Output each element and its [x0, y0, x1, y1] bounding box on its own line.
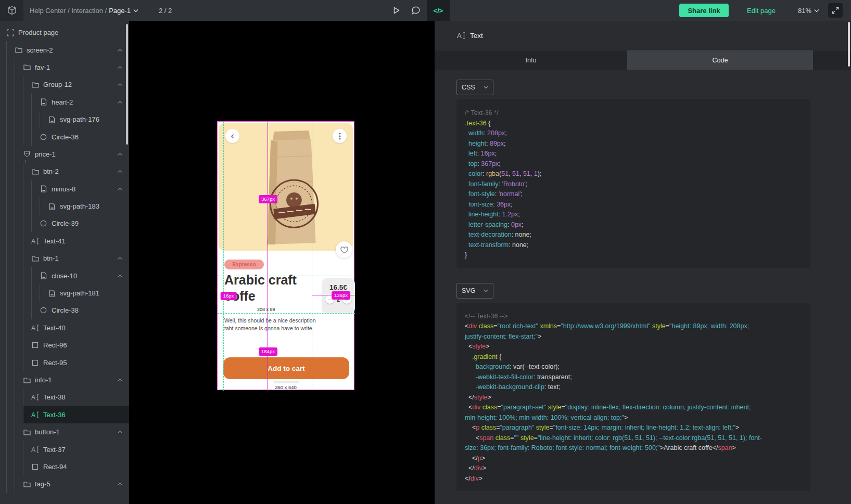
- layer-label: screen-2: [27, 46, 53, 54]
- svgfile-icon: [40, 98, 47, 106]
- right-guide: [312, 122, 312, 391]
- chevron-up-icon[interactable]: [117, 100, 124, 104]
- layer-row-minus-8[interactable]: minus-8: [6, 180, 129, 198]
- breadcrumb[interactable]: Help Center / Interaction / Page-1: [30, 0, 138, 21]
- more-menu-button[interactable]: [333, 129, 347, 143]
- chevron-up-icon[interactable]: [117, 482, 124, 486]
- layer-label: Rect-95: [43, 359, 67, 367]
- layer-row-Rect-95[interactable]: Rect-95: [6, 354, 129, 371]
- folder-icon: [31, 167, 39, 175]
- layer-label: fav-1: [35, 63, 50, 71]
- artboard-icon: [6, 29, 14, 36]
- code-line: </p>: [465, 454, 810, 464]
- rect-icon: [31, 359, 39, 367]
- css-code-block[interactable]: /* Text-36 */.text-36 { width: 208px; he…: [456, 99, 810, 268]
- code-view-button[interactable]: </>: [427, 0, 450, 21]
- share-link-button[interactable]: Share link: [679, 4, 729, 17]
- zoom-dropdown[interactable]: 81%: [798, 0, 819, 21]
- code-line: <div class="root rich-text" xmlns="http:…: [465, 321, 810, 332]
- layer-row-Rect-96[interactable]: Rect-96: [6, 337, 129, 354]
- layer-row-Text-36[interactable]: AText-36: [6, 406, 129, 423]
- code-line: color: rgba(51, 51, 51, 1);: [465, 169, 810, 179]
- favorite-button[interactable]: [336, 241, 352, 258]
- back-chevron-icon: [230, 133, 236, 139]
- layer-row-svg-path-183[interactable]: svg-path-183: [6, 198, 129, 215]
- chevron-up-icon[interactable]: [117, 48, 124, 52]
- code-line: -webkit-background-clip: text;: [465, 382, 810, 393]
- layer-row-Group-12[interactable]: Group-12: [6, 76, 129, 93]
- text-icon: A: [31, 237, 39, 245]
- back-button[interactable]: [225, 129, 239, 143]
- fullscreen-button[interactable]: [828, 3, 843, 18]
- sidebar-scrollbar[interactable]: [126, 24, 128, 145]
- folder-icon: [23, 63, 31, 71]
- code-line: size: 36px; font-family: Roboto; font-st…: [465, 443, 810, 454]
- chevron-up-icon[interactable]: [117, 152, 124, 156]
- chevron-up-icon[interactable]: [117, 170, 124, 173]
- panel-scrollbar[interactable]: [848, 22, 850, 67]
- app-logo-icon: [7, 5, 17, 16]
- layer-row-close-10[interactable]: close-10: [6, 267, 129, 284]
- layer-label: Circle-36: [52, 133, 79, 141]
- text-icon: A: [31, 324, 39, 332]
- svg-format-select[interactable]: SVG: [456, 283, 493, 299]
- layer-row-Text-40[interactable]: AText-40: [6, 319, 129, 337]
- chevron-up-icon[interactable]: [117, 187, 124, 191]
- layer-row-Circle-36[interactable]: Circle-36: [6, 128, 129, 145]
- layer-row-button-1[interactable]: button-1: [6, 423, 129, 441]
- chevron-up-icon[interactable]: [117, 66, 124, 69]
- layer-row-Text-41[interactable]: AText-41: [6, 232, 129, 250]
- code-line: }: [465, 250, 810, 261]
- code-line: <!-- Text-36 -->: [465, 312, 810, 322]
- tab-code[interactable]: Code: [627, 50, 813, 70]
- comment-icon[interactable]: [411, 5, 421, 16]
- code-line: /* Text-36 */: [465, 108, 810, 119]
- layer-row-info-1[interactable]: info-1: [6, 371, 129, 389]
- layer-row-Circle-39[interactable]: Circle-39: [6, 215, 129, 232]
- app-logo-button[interactable]: [0, 0, 23, 21]
- measure-badge-left: 16px: [221, 292, 237, 300]
- layer-row-Circle-38[interactable]: Circle-38: [6, 302, 129, 319]
- svg-code-block[interactable]: <!-- Text-36 --><div class="root rich-te…: [456, 303, 810, 492]
- canvas[interactable]: Expresso Arabic craft coffe Well, this s…: [129, 21, 435, 504]
- mockup-frame[interactable]: Expresso Arabic craft coffe Well, this s…: [217, 121, 354, 390]
- tab-info[interactable]: Info: [435, 50, 627, 70]
- layer-label: Text-40: [43, 324, 66, 332]
- code-line: <span class="" style="line-height: inher…: [465, 433, 810, 444]
- chevron-up-icon[interactable]: [117, 378, 124, 382]
- layer-row-svg-path-181[interactable]: svg-path-181: [6, 285, 129, 302]
- code-line: text-transform: none;: [465, 240, 810, 251]
- layer-row-heart-2[interactable]: heart-2: [6, 94, 129, 111]
- layer-row-screen-2[interactable]: screen-2: [6, 41, 129, 58]
- layer-row-svg-path-176[interactable]: svg-path-176: [6, 111, 129, 128]
- code-line: top: 367px;: [465, 159, 810, 170]
- edit-page-link[interactable]: Edit page: [747, 0, 776, 21]
- chevron-up-icon[interactable]: [117, 274, 124, 278]
- layer-label: svg-path-181: [60, 289, 99, 297]
- layer-row-Product page[interactable]: Product page: [6, 24, 129, 41]
- category-tag[interactable]: Expresso: [224, 260, 264, 269]
- svg-text:A: A: [31, 394, 36, 401]
- layer-row-Text-38[interactable]: AText-38: [6, 389, 129, 406]
- css-format-select[interactable]: CSS: [456, 80, 493, 95]
- rect-icon: [31, 341, 39, 349]
- layer-row-price-1[interactable]: price-1↑: [6, 146, 129, 163]
- chevron-up-icon[interactable]: [117, 256, 124, 260]
- layer-label: Rect-94: [43, 463, 67, 471]
- chevron-up-icon[interactable]: [117, 83, 124, 86]
- svg-text:A: A: [31, 446, 36, 453]
- layer-row-Text-37[interactable]: AText-37: [6, 441, 129, 458]
- breadcrumb-current-page[interactable]: Page-1: [109, 7, 131, 15]
- layer-row-fav-1[interactable]: fav-1: [6, 59, 129, 76]
- play-icon[interactable]: [391, 5, 401, 16]
- layer-label: Circle-38: [52, 306, 79, 314]
- add-to-cart-button[interactable]: Add to cart: [223, 357, 349, 379]
- layer-row-tag-5[interactable]: tag-5: [6, 475, 129, 493]
- svg-text:A: A: [457, 32, 462, 39]
- layer-row-btn-1[interactable]: btn-1: [6, 250, 129, 267]
- layer-row-Rect-94[interactable]: Rect-94: [6, 458, 129, 475]
- chevron-down-icon[interactable]: [133, 9, 138, 12]
- selection-size-label: 208 x 89: [257, 307, 275, 312]
- layer-row-btn-2[interactable]: btn-2: [6, 163, 129, 180]
- chevron-up-icon[interactable]: [117, 430, 124, 434]
